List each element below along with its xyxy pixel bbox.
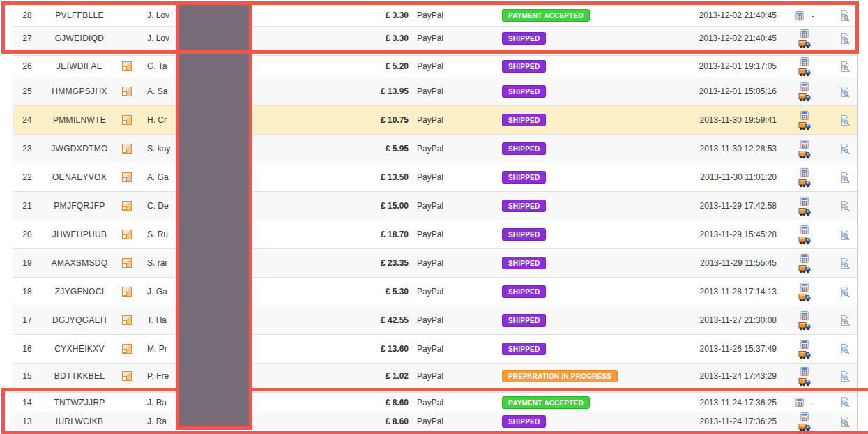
- delivery-slip-icon[interactable]: [798, 292, 811, 302]
- table-row[interactable]: 20 JHWEHPUUB S. Ru £ 18.70 PayPal SHIPPE…: [13, 220, 857, 248]
- order-id: 18: [13, 287, 41, 297]
- order-date: 2013-11-29 15:45:28: [654, 230, 777, 239]
- order-details-icon[interactable]: [839, 229, 851, 241]
- delivery-slip-icon[interactable]: [798, 92, 811, 102]
- delivery-slip-icon[interactable]: [798, 207, 811, 216]
- table-row[interactable]: 17 DGJYQGAEH T. Ha £ 42.55 PayPal SHIPPE…: [13, 306, 857, 334]
- order-details-icon[interactable]: [839, 257, 851, 269]
- table-row[interactable]: 25 HMMGPSJHX A. Sa £ 13.95 PayPal SHIPPE…: [13, 77, 857, 105]
- delivery-slip-icon[interactable]: [798, 121, 811, 130]
- table-row[interactable]: 21 PMJFQRJFP C. De £ 15.00 PayPal SHIPPE…: [13, 191, 857, 220]
- invoice-pdf-icon[interactable]: [799, 196, 810, 207]
- order-details-icon[interactable]: [839, 315, 851, 327]
- order-details-icon[interactable]: [839, 114, 851, 126]
- order-details-icon[interactable]: [839, 343, 851, 355]
- documents-cell: -: [777, 57, 832, 77]
- new-client-icon: [121, 286, 132, 297]
- status-cell: SHIPPED: [487, 228, 654, 241]
- delivery-slip-icon[interactable]: [798, 178, 811, 188]
- documents-cell: -: [777, 253, 832, 274]
- documents-cell: -: [777, 82, 832, 102]
- details-cell: [832, 143, 857, 155]
- invoice-pdf-icon[interactable]: [799, 139, 810, 149]
- order-date: 2013-11-29 11:55:45: [654, 258, 777, 268]
- delivery-slip-icon[interactable]: [798, 235, 811, 245]
- table-row[interactable]: 26 JEIWDIFAE G. Ta £ 5.20 PayPal SHIPPED…: [13, 55, 857, 77]
- delivery-slip-icon[interactable]: [798, 321, 811, 331]
- status-cell: SHIPPED: [487, 60, 654, 73]
- order-reference: PMJFQRJFP: [41, 201, 118, 211]
- invoice-pdf-icon[interactable]: [799, 310, 810, 321]
- delivery-slip-icon[interactable]: [798, 67, 811, 77]
- documents-stacked: [798, 282, 811, 302]
- invoice-pdf-icon[interactable]: [799, 57, 810, 67]
- payment-method: PayPal: [409, 87, 487, 96]
- order-details-icon[interactable]: [839, 61, 851, 73]
- table-row[interactable]: 19 AMAXSMSDQ S. rai £ 23.35 PayPal SHIPP…: [13, 248, 857, 277]
- order-id: 26: [13, 61, 41, 71]
- status-cell: SHIPPED: [487, 314, 654, 327]
- order-details-icon[interactable]: [839, 200, 851, 212]
- invoice-pdf-icon[interactable]: [799, 253, 810, 264]
- payment-method: PayPal: [409, 61, 487, 71]
- invoice-pdf-icon[interactable]: [799, 82, 810, 92]
- order-id: 19: [13, 258, 41, 268]
- order-total: £ 42.55: [260, 315, 409, 325]
- new-client-cell: [118, 371, 136, 382]
- payment-method: PayPal: [409, 344, 487, 354]
- order-details-icon[interactable]: [839, 86, 851, 98]
- details-cell: [832, 200, 857, 212]
- order-total: £ 5.95: [260, 144, 409, 154]
- invoice-pdf-icon[interactable]: [799, 110, 810, 121]
- documents-cell: -: [777, 196, 832, 216]
- order-date: 2013-11-24 17:43:29: [654, 371, 777, 381]
- status-cell: SHIPPED: [487, 285, 654, 298]
- details-cell: [832, 343, 857, 355]
- delivery-slip-icon[interactable]: [798, 377, 811, 387]
- order-reference: JEIWDIFAE: [41, 61, 118, 71]
- table-row[interactable]: 22 OENAEYVOX A. Ga £ 13.50 PayPal SHIPPE…: [13, 163, 857, 191]
- documents-stacked: [798, 110, 811, 130]
- order-details-icon[interactable]: [839, 371, 851, 382]
- order-date: 2013-12-01 19:17:05: [654, 61, 777, 71]
- order-total: £ 10.75: [260, 115, 409, 125]
- order-reference: CYXHEIKXV: [41, 344, 118, 354]
- invoice-pdf-icon[interactable]: [799, 366, 810, 377]
- order-reference: ZJYGFNOCI: [41, 287, 118, 297]
- status-cell: SHIPPED: [487, 257, 654, 269]
- status-badge: SHIPPED: [502, 228, 546, 241]
- invoice-pdf-icon[interactable]: [799, 339, 810, 350]
- invoice-pdf-icon[interactable]: [799, 167, 810, 178]
- documents-stacked: [798, 57, 811, 77]
- order-total: £ 5.30: [260, 287, 409, 297]
- order-id: 15: [13, 371, 41, 381]
- order-details-icon[interactable]: [839, 172, 851, 184]
- order-date: 2013-11-29 17:42:58: [654, 201, 777, 211]
- table-row[interactable]: 24 PMMILNWTE H. Cr £ 10.75 PayPal SHIPPE…: [13, 105, 857, 134]
- delivery-slip-icon[interactable]: [798, 149, 811, 159]
- documents-cell: -: [777, 110, 832, 130]
- invoice-pdf-icon[interactable]: [799, 225, 810, 235]
- new-client-icon: [121, 257, 132, 269]
- table-row[interactable]: 23 JWGDXDTMO S. kay £ 5.95 PayPal SHIPPE…: [13, 134, 857, 163]
- new-client-icon: [121, 114, 132, 126]
- details-cell: [832, 286, 857, 298]
- status-cell: SHIPPED: [487, 85, 654, 98]
- documents-cell: -: [777, 225, 832, 245]
- order-reference: OENAEYVOX: [41, 172, 118, 182]
- table-row[interactable]: 15 BDTTKKBEL P. Fre £ 1.02 PayPal PREPAR…: [13, 363, 857, 389]
- table-row[interactable]: 18 ZJYGFNOCI J. Ga £ 5.30 PayPal SHIPPED…: [13, 277, 857, 306]
- delivery-slip-icon[interactable]: [798, 264, 811, 274]
- status-badge: SHIPPED: [502, 142, 546, 155]
- table-row[interactable]: 16 CYXHEIKXV M. Pr £ 13.60 PayPal SHIPPE…: [13, 334, 857, 363]
- status-badge: SHIPPED: [502, 285, 546, 298]
- order-date: 2013-11-28 17:14:13: [654, 287, 777, 297]
- documents-stacked: [798, 366, 811, 387]
- order-details-icon[interactable]: [839, 143, 851, 155]
- order-details-icon[interactable]: [839, 286, 851, 298]
- order-reference: HMMGPSJHX: [41, 87, 118, 96]
- delivery-slip-icon[interactable]: [798, 350, 811, 359]
- invoice-pdf-icon[interactable]: [799, 282, 810, 292]
- order-total: £ 5.20: [260, 61, 409, 71]
- documents-stacked: [798, 339, 811, 359]
